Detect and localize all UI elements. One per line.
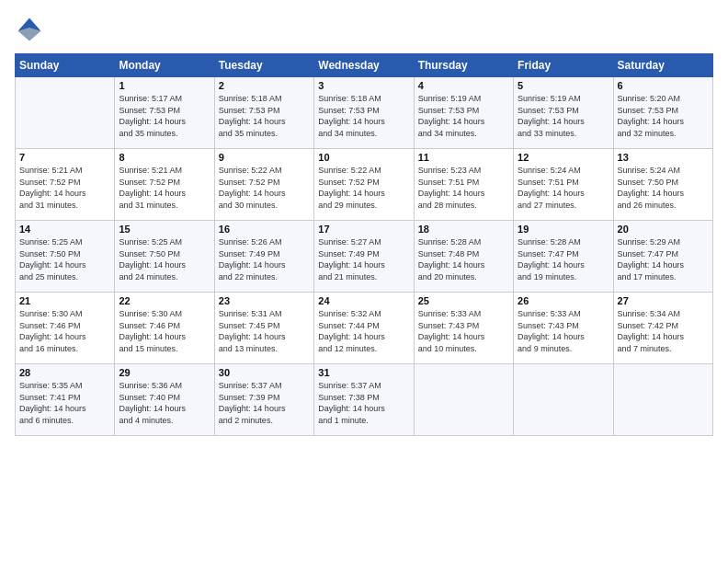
day-number: 3 [318,80,409,91]
day-cell: 9Sunrise: 5:22 AM Sunset: 7:52 PM Daylig… [214,149,313,221]
day-number: 14 [19,224,110,235]
day-number: 23 [219,295,310,306]
day-info: Sunrise: 5:18 AM Sunset: 7:53 PM Dayligh… [219,93,310,139]
day-number: 4 [418,80,509,91]
day-number: 10 [318,152,409,163]
day-cell: 22Sunrise: 5:30 AM Sunset: 7:46 PM Dayli… [115,293,214,364]
day-cell [414,364,513,436]
day-info: Sunrise: 5:21 AM Sunset: 7:52 PM Dayligh… [19,165,110,211]
day-info: Sunrise: 5:37 AM Sunset: 7:38 PM Dayligh… [318,380,409,426]
day-cell: 14Sunrise: 5:25 AM Sunset: 7:50 PM Dayli… [16,221,115,293]
day-info: Sunrise: 5:35 AM Sunset: 7:41 PM Dayligh… [19,380,110,426]
weekday-header-sunday: Sunday [16,54,115,77]
logo [15,15,48,44]
day-info: Sunrise: 5:22 AM Sunset: 7:52 PM Dayligh… [219,165,310,211]
logo-icon [15,15,44,44]
day-number: 19 [518,224,609,235]
weekday-header-tuesday: Tuesday [214,54,313,77]
day-number: 17 [318,224,409,235]
day-cell [514,364,613,436]
day-info: Sunrise: 5:33 AM Sunset: 7:43 PM Dayligh… [418,308,509,354]
day-number: 9 [219,152,310,163]
day-info: Sunrise: 5:34 AM Sunset: 7:42 PM Dayligh… [618,308,709,354]
day-cell: 31Sunrise: 5:37 AM Sunset: 7:38 PM Dayli… [314,364,414,436]
day-number: 12 [518,152,609,163]
day-number: 31 [318,367,409,378]
day-info: Sunrise: 5:24 AM Sunset: 7:50 PM Dayligh… [618,165,709,211]
weekday-header-row: SundayMondayTuesdayWednesdayThursdayFrid… [16,54,713,77]
day-cell: 12Sunrise: 5:24 AM Sunset: 7:51 PM Dayli… [514,149,613,221]
day-info: Sunrise: 5:30 AM Sunset: 7:46 PM Dayligh… [119,308,210,354]
day-number: 26 [518,295,609,306]
day-info: Sunrise: 5:17 AM Sunset: 7:53 PM Dayligh… [119,93,210,139]
week-row-4: 21Sunrise: 5:30 AM Sunset: 7:46 PM Dayli… [16,293,713,364]
day-cell: 26Sunrise: 5:33 AM Sunset: 7:43 PM Dayli… [514,293,613,364]
day-number: 22 [119,295,210,306]
day-cell: 4Sunrise: 5:19 AM Sunset: 7:53 PM Daylig… [414,77,513,149]
day-number: 27 [618,295,709,306]
day-number: 7 [19,152,110,163]
weekday-header-saturday: Saturday [613,54,712,77]
day-cell: 8Sunrise: 5:21 AM Sunset: 7:52 PM Daylig… [115,149,214,221]
day-cell: 5Sunrise: 5:19 AM Sunset: 7:53 PM Daylig… [514,77,613,149]
day-cell: 17Sunrise: 5:27 AM Sunset: 7:49 PM Dayli… [314,221,414,293]
week-row-2: 7Sunrise: 5:21 AM Sunset: 7:52 PM Daylig… [16,149,713,221]
day-info: Sunrise: 5:23 AM Sunset: 7:51 PM Dayligh… [418,165,509,211]
day-info: Sunrise: 5:30 AM Sunset: 7:46 PM Dayligh… [19,308,110,354]
day-number: 21 [19,295,110,306]
day-cell: 7Sunrise: 5:21 AM Sunset: 7:52 PM Daylig… [16,149,115,221]
day-number: 25 [418,295,509,306]
day-cell: 2Sunrise: 5:18 AM Sunset: 7:53 PM Daylig… [214,77,313,149]
day-cell: 27Sunrise: 5:34 AM Sunset: 7:42 PM Dayli… [613,293,712,364]
day-info: Sunrise: 5:19 AM Sunset: 7:53 PM Dayligh… [518,93,609,139]
day-info: Sunrise: 5:31 AM Sunset: 7:45 PM Dayligh… [219,308,310,354]
day-info: Sunrise: 5:28 AM Sunset: 7:48 PM Dayligh… [418,236,509,282]
week-row-5: 28Sunrise: 5:35 AM Sunset: 7:41 PM Dayli… [16,364,713,436]
day-cell: 19Sunrise: 5:28 AM Sunset: 7:47 PM Dayli… [514,221,613,293]
day-cell: 25Sunrise: 5:33 AM Sunset: 7:43 PM Dayli… [414,293,513,364]
day-number: 13 [618,152,709,163]
week-row-3: 14Sunrise: 5:25 AM Sunset: 7:50 PM Dayli… [16,221,713,293]
day-number: 18 [418,224,509,235]
day-number: 15 [119,224,210,235]
day-number: 20 [618,224,709,235]
weekday-header-friday: Friday [514,54,613,77]
day-cell: 3Sunrise: 5:18 AM Sunset: 7:53 PM Daylig… [314,77,414,149]
day-number: 30 [219,367,310,378]
day-cell: 21Sunrise: 5:30 AM Sunset: 7:46 PM Dayli… [16,293,115,364]
day-cell: 13Sunrise: 5:24 AM Sunset: 7:50 PM Dayli… [613,149,712,221]
day-cell [16,77,115,149]
header [15,15,713,44]
day-cell: 20Sunrise: 5:29 AM Sunset: 7:47 PM Dayli… [613,221,712,293]
day-info: Sunrise: 5:25 AM Sunset: 7:50 PM Dayligh… [119,236,210,282]
day-number: 16 [219,224,310,235]
day-info: Sunrise: 5:19 AM Sunset: 7:53 PM Dayligh… [418,93,509,139]
day-info: Sunrise: 5:32 AM Sunset: 7:44 PM Dayligh… [318,308,409,354]
day-info: Sunrise: 5:33 AM Sunset: 7:43 PM Dayligh… [518,308,609,354]
day-number: 29 [119,367,210,378]
day-cell: 30Sunrise: 5:37 AM Sunset: 7:39 PM Dayli… [214,364,313,436]
day-info: Sunrise: 5:27 AM Sunset: 7:49 PM Dayligh… [318,236,409,282]
day-info: Sunrise: 5:20 AM Sunset: 7:53 PM Dayligh… [618,93,709,139]
day-info: Sunrise: 5:24 AM Sunset: 7:51 PM Dayligh… [518,165,609,211]
day-number: 5 [518,80,609,91]
weekday-header-thursday: Thursday [414,54,513,77]
day-info: Sunrise: 5:18 AM Sunset: 7:53 PM Dayligh… [318,93,409,139]
day-info: Sunrise: 5:29 AM Sunset: 7:47 PM Dayligh… [618,236,709,282]
day-cell: 6Sunrise: 5:20 AM Sunset: 7:53 PM Daylig… [613,77,712,149]
day-info: Sunrise: 5:25 AM Sunset: 7:50 PM Dayligh… [19,236,110,282]
day-cell: 29Sunrise: 5:36 AM Sunset: 7:40 PM Dayli… [115,364,214,436]
day-info: Sunrise: 5:26 AM Sunset: 7:49 PM Dayligh… [219,236,310,282]
day-number: 2 [219,80,310,91]
day-info: Sunrise: 5:22 AM Sunset: 7:52 PM Dayligh… [318,165,409,211]
day-cell: 15Sunrise: 5:25 AM Sunset: 7:50 PM Dayli… [115,221,214,293]
day-cell: 11Sunrise: 5:23 AM Sunset: 7:51 PM Dayli… [414,149,513,221]
day-info: Sunrise: 5:28 AM Sunset: 7:47 PM Dayligh… [518,236,609,282]
day-cell: 10Sunrise: 5:22 AM Sunset: 7:52 PM Dayli… [314,149,414,221]
day-cell: 1Sunrise: 5:17 AM Sunset: 7:53 PM Daylig… [115,77,214,149]
day-number: 8 [119,152,210,163]
week-row-1: 1Sunrise: 5:17 AM Sunset: 7:53 PM Daylig… [16,77,713,149]
day-cell: 16Sunrise: 5:26 AM Sunset: 7:49 PM Dayli… [214,221,313,293]
day-info: Sunrise: 5:37 AM Sunset: 7:39 PM Dayligh… [219,380,310,426]
day-cell: 18Sunrise: 5:28 AM Sunset: 7:48 PM Dayli… [414,221,513,293]
